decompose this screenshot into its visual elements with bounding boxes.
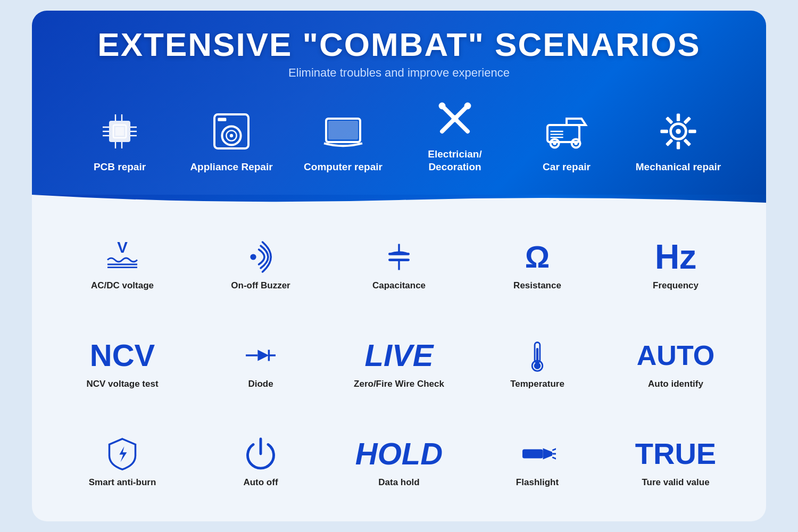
svg-rect-37 [660, 130, 668, 133]
data-hold-label: Data hold [378, 477, 419, 488]
banner-item-pcb: PCB repair [72, 107, 168, 173]
feature-smart-anti-burn: Smart anti-burn [53, 412, 192, 511]
feature-diode: Diode [192, 314, 330, 412]
electrician-icon [431, 95, 479, 143]
banner-item-car: Car repair [519, 107, 614, 173]
appliance-icon [207, 107, 255, 155]
feature-flashlight: Flashlight [468, 412, 606, 511]
resistance-icon: Ω [525, 238, 550, 276]
svg-point-34 [676, 129, 681, 134]
live-icon: LIVE [365, 337, 434, 374]
banner-label-electrician: Electrician/ Decoration [407, 148, 503, 173]
svg-line-63 [553, 448, 556, 450]
svg-rect-38 [688, 130, 696, 133]
data-hold-icon: HOLD [355, 435, 443, 472]
svg-rect-42 [683, 138, 691, 146]
main-container: EXTENSIVE "COMBAT" SCENARIOS Eliminate t… [32, 11, 766, 521]
svg-point-17 [230, 134, 233, 137]
ac-dc-icon: V [104, 238, 141, 276]
svg-rect-60 [522, 449, 543, 458]
feature-resistance: Ω Resistance [468, 216, 606, 314]
feature-live: LIVE Zero/Fire Wire Check [330, 314, 468, 412]
svg-rect-35 [677, 113, 680, 121]
mechanical-icon [654, 107, 702, 155]
banner-label-car: Car repair [543, 161, 591, 173]
svg-marker-61 [543, 448, 553, 459]
banner: EXTENSIVE "COMBAT" SCENARIOS Eliminate t… [32, 11, 766, 195]
banner-label-pcb: PCB repair [94, 161, 146, 173]
temperature-icon [519, 337, 556, 374]
diode-icon [242, 337, 279, 374]
buzzer-icon [242, 238, 279, 276]
feature-capacitance: Capacitance [330, 216, 468, 314]
banner-item-electrician: Electrician/ Decoration [407, 95, 503, 173]
ncv-icon: NCV [90, 337, 155, 374]
banner-label-appliance: Appliance Repair [190, 161, 272, 173]
svg-rect-41 [666, 138, 674, 146]
true-value-label: Ture valid value [642, 477, 709, 488]
frequency-label: Frequency [653, 280, 699, 292]
ncv-label: NCV voltage test [86, 378, 158, 390]
feature-auto-identify: AUTO Auto identify [606, 314, 745, 412]
features-grid: V AC/DC voltage On-off Buzzer [32, 205, 766, 521]
auto-identify-icon: AUTO [637, 337, 714, 374]
smart-anti-burn-icon [104, 435, 141, 472]
svg-point-22 [452, 115, 459, 122]
feature-temperature: Temperature [468, 314, 606, 412]
feature-data-hold: HOLD Data hold [330, 412, 468, 511]
svg-text:V: V [117, 238, 128, 256]
frequency-icon: Hz [655, 238, 696, 276]
banner-item-appliance: Appliance Repair [184, 107, 279, 173]
auto-off-label: Auto off [243, 477, 278, 488]
svg-rect-2 [115, 127, 124, 136]
banner-title: EXTENSIVE "COMBAT" SCENARIOS [64, 27, 734, 63]
svg-point-58 [534, 362, 541, 369]
banner-label-computer: Computer repair [304, 161, 383, 173]
feature-ncv: NCV NCV voltage test [53, 314, 192, 412]
svg-rect-39 [666, 117, 674, 124]
car-icon [543, 107, 591, 155]
auto-off-icon [242, 435, 279, 472]
svg-marker-52 [257, 350, 269, 361]
svg-rect-19 [328, 121, 358, 139]
resistance-label: Resistance [513, 280, 561, 292]
svg-point-29 [574, 142, 577, 145]
svg-rect-14 [218, 118, 226, 121]
feature-frequency: Hz Frequency [606, 216, 745, 314]
temperature-label: Temperature [510, 378, 564, 390]
computer-icon [319, 107, 367, 155]
buzzer-label: On-off Buzzer [231, 280, 290, 292]
svg-point-46 [250, 254, 256, 260]
capacitance-icon [380, 238, 418, 276]
svg-point-27 [553, 142, 556, 145]
wave-divider [32, 195, 766, 205]
flashlight-icon [519, 435, 556, 472]
live-label: Zero/Fire Wire Check [354, 378, 444, 390]
banner-icons: PCB repair Appliance Repair [64, 95, 734, 173]
pcb-icon [96, 107, 144, 155]
banner-label-mechanical: Mechanical repair [636, 161, 721, 173]
feature-buzzer: On-off Buzzer [192, 216, 330, 314]
true-value-icon: TRUE [635, 435, 716, 472]
diode-label: Diode [248, 378, 273, 390]
banner-item-computer: Computer repair [295, 107, 391, 173]
banner-item-mechanical: Mechanical repair [630, 107, 726, 173]
banner-subtitle: Eliminate troubles and improve experienc… [64, 66, 734, 80]
ac-dc-label: AC/DC voltage [91, 280, 154, 292]
feature-ac-dc: V AC/DC voltage [53, 216, 192, 314]
feature-true-value: TRUE Ture valid value [606, 412, 745, 511]
feature-auto-off: Auto off [192, 412, 330, 511]
svg-rect-40 [683, 117, 691, 124]
svg-rect-36 [677, 142, 680, 149]
auto-identify-label: Auto identify [648, 378, 703, 390]
smart-anti-burn-label: Smart anti-burn [89, 477, 156, 488]
flashlight-label: Flashlight [516, 477, 559, 488]
svg-line-64 [553, 458, 556, 460]
capacitance-label: Capacitance [372, 280, 426, 292]
